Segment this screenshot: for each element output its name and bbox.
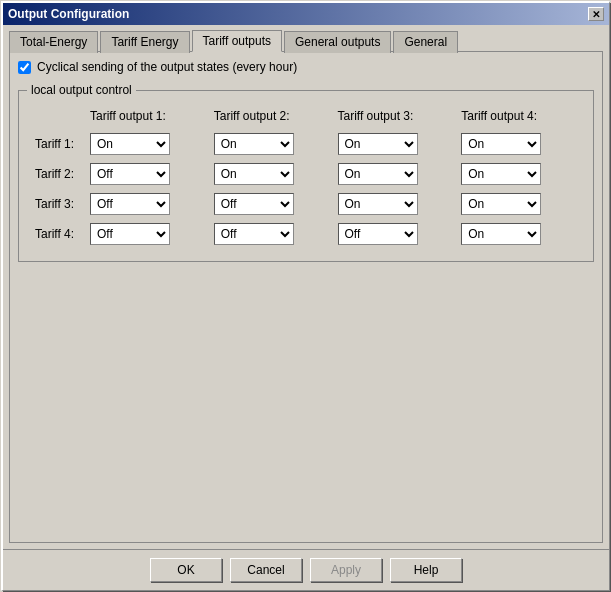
header-empty [31, 107, 86, 129]
dropdown-tariff4-output3[interactable]: OnOff [338, 223, 418, 245]
tab-general[interactable]: General [393, 31, 458, 53]
header-output-4: Tariff output 4: [457, 107, 581, 129]
tab-content: Cyclical sending of the output states (e… [9, 51, 603, 543]
dropdown-tariff3-output4[interactable]: OnOff [461, 193, 541, 215]
table-cell: OnOff [334, 219, 458, 249]
local-output-control-group: local output control Tariff output 1:Tar… [18, 90, 594, 262]
tariff-label-4: Tariff 4: [31, 219, 86, 249]
dropdown-tariff2-output4[interactable]: OnOff [461, 163, 541, 185]
main-window: Output Configuration ✕ Total-EnergyTarif… [1, 1, 610, 591]
table-cell: OnOff [86, 219, 210, 249]
table-cell: OnOff [334, 129, 458, 159]
table-cell: OnOff [210, 219, 334, 249]
title-bar: Output Configuration ✕ [3, 3, 609, 25]
table-cell: OnOff [86, 159, 210, 189]
table-row: Tariff 1:OnOffOnOffOnOffOnOff [31, 129, 581, 159]
tariff-label-1: Tariff 1: [31, 129, 86, 159]
close-button[interactable]: ✕ [588, 7, 604, 21]
table-cell: OnOff [86, 189, 210, 219]
table-cell: OnOff [210, 129, 334, 159]
header-output-2: Tariff output 2: [210, 107, 334, 129]
dropdown-tariff1-output2[interactable]: OnOff [214, 133, 294, 155]
apply-button[interactable]: Apply [310, 558, 382, 582]
dropdown-tariff2-output3[interactable]: OnOff [338, 163, 418, 185]
window-title: Output Configuration [8, 7, 129, 21]
dropdown-tariff1-output1[interactable]: OnOff [90, 133, 170, 155]
cancel-button[interactable]: Cancel [230, 558, 302, 582]
table-row: Tariff 3:OnOffOnOffOnOffOnOff [31, 189, 581, 219]
table-cell: OnOff [457, 189, 581, 219]
tabs-bar: Total-EnergyTariff EnergyTariff outputsG… [3, 25, 609, 51]
dropdown-tariff1-output3[interactable]: OnOff [338, 133, 418, 155]
tab-general-outputs[interactable]: General outputs [284, 31, 391, 53]
dropdown-tariff3-output2[interactable]: OnOff [214, 193, 294, 215]
cyclical-label: Cyclical sending of the output states (e… [37, 60, 297, 74]
table-cell: OnOff [334, 189, 458, 219]
table-cell: OnOff [457, 129, 581, 159]
header-output-1: Tariff output 1: [86, 107, 210, 129]
cyclical-checkbox-row: Cyclical sending of the output states (e… [18, 60, 594, 74]
group-legend: local output control [27, 83, 136, 97]
table-header-row: Tariff output 1:Tariff output 2:Tariff o… [31, 107, 581, 129]
tab-tariff-outputs[interactable]: Tariff outputs [192, 30, 282, 52]
ok-button[interactable]: OK [150, 558, 222, 582]
bottom-bar: OK Cancel Apply Help [3, 549, 609, 590]
tab-tariff-energy[interactable]: Tariff Energy [100, 31, 189, 53]
table-cell: OnOff [210, 159, 334, 189]
dropdown-tariff2-output1[interactable]: OnOff [90, 163, 170, 185]
output-table: Tariff output 1:Tariff output 2:Tariff o… [31, 107, 581, 249]
header-output-3: Tariff output 3: [334, 107, 458, 129]
table-cell: OnOff [457, 219, 581, 249]
tariff-label-2: Tariff 2: [31, 159, 86, 189]
dropdown-tariff4-output2[interactable]: OnOff [214, 223, 294, 245]
dropdown-tariff3-output3[interactable]: OnOff [338, 193, 418, 215]
dropdown-tariff4-output1[interactable]: OnOff [90, 223, 170, 245]
cyclical-checkbox[interactable] [18, 61, 31, 74]
tariff-label-3: Tariff 3: [31, 189, 86, 219]
help-button[interactable]: Help [390, 558, 462, 582]
table-row: Tariff 4:OnOffOnOffOnOffOnOff [31, 219, 581, 249]
table-cell: OnOff [210, 189, 334, 219]
dropdown-tariff1-output4[interactable]: OnOff [461, 133, 541, 155]
table-cell: OnOff [334, 159, 458, 189]
dropdown-tariff2-output2[interactable]: OnOff [214, 163, 294, 185]
tab-total-energy[interactable]: Total-Energy [9, 31, 98, 53]
dropdown-tariff3-output1[interactable]: OnOff [90, 193, 170, 215]
table-cell: OnOff [86, 129, 210, 159]
table-row: Tariff 2:OnOffOnOffOnOffOnOff [31, 159, 581, 189]
dropdown-tariff4-output4[interactable]: OnOff [461, 223, 541, 245]
table-cell: OnOff [457, 159, 581, 189]
